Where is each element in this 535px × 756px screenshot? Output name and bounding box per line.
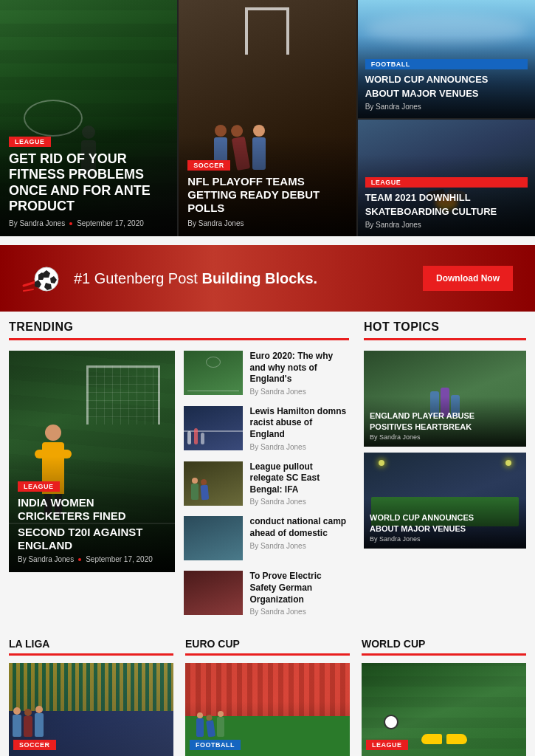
la-liga-card[interactable]: SOCCER: [9, 663, 173, 756]
la-liga-section: LA LIGA SOCCER: [9, 638, 173, 756]
trending-big-title1: INDIA WOMEN CRICKETERS FINED: [18, 496, 166, 523]
world-cup-title: WORLD CUP: [362, 638, 526, 656]
news-byline-5: By Sandra Jones: [250, 608, 350, 616]
euro-cup-card[interactable]: FOOTBALL: [185, 663, 350, 756]
hero-left-meta: By Sandra Jones September 17, 2020: [9, 219, 168, 227]
trending-news-list: Euro 2020: The why and why nots of Engla…: [184, 351, 350, 616]
news-thumb-4: [184, 516, 243, 560]
hero-center-title: NFL PLAYOFF TEAMS GETTING READY DEBUT PO…: [187, 175, 347, 215]
world-cup-badge: LEAGUE: [366, 740, 408, 750]
banner-section: #1 Gutenberg Post Building Blocks. Downl…: [0, 245, 535, 312]
hero-center-overlay: SOCCER NFL PLAYOFF TEAMS GETTING READY D…: [179, 135, 356, 236]
trending-header: TRENDING: [9, 320, 349, 340]
news-headline-5: To Prove Electric Safety German Organiza…: [250, 571, 350, 605]
hot-card-2-title2: ABOUT MAJOR VENUES: [370, 524, 520, 534]
news-item[interactable]: To Prove Electric Safety German Organiza…: [184, 571, 350, 616]
news-byline-1: By Sandra Jones: [250, 388, 350, 396]
soccer-ball-icon: [22, 260, 59, 297]
hero-right-bottom-overlay: LEAGUE TEAM 2021 DOWNHILL SKATEBOARDING …: [358, 120, 535, 236]
euro-cup-badge: FOOTBALL: [190, 740, 241, 750]
news-headline-4: conduct national camp ahead of domestic: [250, 516, 350, 539]
hot-card-2-overlay: WORLD CUP ANNOUNCES ABOUT MAJOR VENUES B…: [364, 498, 526, 549]
hot-topics-section: HOT TOPICS ENGLAND PLAYER ABUSE POSITIVE…: [364, 320, 526, 616]
news-item[interactable]: League pullout relegate SC East Bengal: …: [184, 461, 350, 506]
hero-right-top-badge: FOOTBALL: [365, 59, 528, 69]
hero-left-overlay: LEAGUE GET RID OF YOUR FITNESS PROBLEMS …: [0, 111, 177, 236]
hero-left-card[interactable]: LEAGUE GET RID OF YOUR FITNESS PROBLEMS …: [0, 0, 177, 236]
hero-right-top-meta: By Sandra Jones: [365, 103, 528, 111]
news-byline-3: By Sandra Jones: [250, 498, 350, 506]
hero-right-top-card[interactable]: FOOTBALL WORLD CUP ANNOUNCES ABOUT MAJOR…: [358, 0, 535, 118]
news-info-3: League pullout relegate SC East Bengal: …: [250, 461, 350, 506]
news-thumb-2: [184, 406, 243, 450]
hero-right-bottom-meta: By Sandra Jones: [365, 221, 528, 229]
news-byline-2: By Sandra Jones: [250, 443, 350, 451]
hot-card-2-byline: By Sandra Jones: [370, 535, 520, 543]
hero-section: LEAGUE GET RID OF YOUR FITNESS PROBLEMS …: [0, 0, 535, 236]
trending-inner-layout: LEAGUE INDIA WOMEN CRICKETERS FINED SECO…: [9, 351, 349, 616]
download-now-button[interactable]: Download Now: [423, 266, 513, 291]
trending-big-badge: LEAGUE: [18, 481, 60, 492]
net-decoration: [86, 365, 160, 425]
trending-big-meta: By Sandra Jones September 17, 2020: [18, 555, 166, 563]
trending-big-card-overlay: LEAGUE INDIA WOMEN CRICKETERS FINED SECO…: [9, 456, 175, 572]
trending-big-title2: SECOND T20I AGAINST ENGLAND: [18, 526, 166, 552]
news-item[interactable]: Lewis Hamilton domns racist abuse of Eng…: [184, 406, 350, 451]
hot-card-1-byline: By Sandra Jones: [370, 433, 520, 441]
trending-section: TRENDING: [9, 320, 349, 616]
hot-card-1-overlay: ENGLAND PLAYER ABUSE POSITIVES HEARTBREA…: [364, 396, 526, 447]
hero-left-badge: LEAGUE: [9, 137, 51, 147]
meta-dot: [69, 222, 72, 225]
hero-left-title: GET RID OF YOUR FITNESS PROBLEMS ONCE AN…: [9, 151, 168, 215]
hero-center-badge: SOCCER: [187, 160, 230, 171]
news-thumb-3: [184, 461, 243, 506]
hot-card-2-title1: WORLD CUP ANNOUNCES: [370, 513, 520, 523]
trending-big-card[interactable]: LEAGUE INDIA WOMEN CRICKETERS FINED SECO…: [9, 351, 175, 572]
hero-right-top-title2: ABOUT MAJOR VENUES: [365, 88, 528, 100]
main-content: TRENDING: [0, 320, 535, 616]
news-info-2: Lewis Hamilton domns racist abuse of Eng…: [250, 406, 350, 451]
news-info-1: Euro 2020: The why and why nots of Engla…: [250, 351, 350, 396]
news-thumb-5: [184, 571, 243, 615]
news-info-5: To Prove Electric Safety German Organiza…: [250, 571, 350, 616]
news-byline-4: By Sandra Jones: [250, 542, 350, 550]
hero-right-bottom-title1: TEAM 2021 DOWNHILL: [365, 192, 528, 204]
svg-line-0: [24, 282, 35, 286]
la-liga-title: LA LIGA: [9, 638, 173, 656]
news-thumb-1: [184, 351, 243, 395]
hero-right-bottom-card[interactable]: LEAGUE TEAM 2021 DOWNHILL SKATEBOARDING …: [358, 120, 535, 236]
euro-cup-title: EURO CUP: [185, 638, 350, 656]
banner-title: #1 Gutenberg Post Building Blocks.: [74, 269, 408, 288]
euro-cup-section: EURO CUP: [185, 638, 350, 756]
news-item[interactable]: conduct national camp ahead of domestic …: [184, 516, 350, 560]
news-info-4: conduct national camp ahead of domestic …: [250, 516, 350, 549]
hot-card-1-title2: POSITIVES HEARTBREAK: [370, 422, 520, 432]
world-cup-card[interactable]: LEAGUE: [362, 663, 526, 756]
news-headline-1: Euro 2020: The why and why nots of Engla…: [250, 351, 350, 385]
world-cup-section: WORLD CUP LEAGUE: [362, 638, 526, 756]
svg-line-1: [24, 289, 33, 291]
la-liga-badge: SOCCER: [13, 740, 56, 750]
hero-right-bottom-badge: LEAGUE: [365, 177, 528, 188]
hot-card-1-title1: ENGLAND PLAYER ABUSE: [370, 411, 520, 421]
trending-hot-topics-layout: TRENDING: [9, 320, 526, 616]
hero-right-bottom-title2: SKATEBOARDING CULTURE: [365, 206, 528, 218]
hero-right-top-overlay: FOOTBALL WORLD CUP ANNOUNCES ABOUT MAJOR…: [358, 0, 535, 118]
news-item[interactable]: Euro 2020: The why and why nots of Engla…: [184, 351, 350, 396]
hot-topics-header: HOT TOPICS: [364, 320, 526, 340]
bottom-sections: LA LIGA SOCCER: [0, 638, 535, 756]
hero-right-top-title1: WORLD CUP ANNOUNCES: [365, 74, 528, 86]
hero-center-card[interactable]: SOCCER NFL PLAYOFF TEAMS GETTING READY D…: [179, 0, 356, 236]
hero-center-meta: By Sandra Jones: [187, 219, 347, 227]
hot-card-1[interactable]: ENGLAND PLAYER ABUSE POSITIVES HEARTBREA…: [364, 351, 526, 447]
news-headline-3: League pullout relegate SC East Bengal: …: [250, 461, 350, 496]
news-headline-2: Lewis Hamilton domns racist abuse of Eng…: [250, 406, 350, 441]
banner-text: #1 Gutenberg Post Building Blocks.: [74, 269, 408, 288]
hot-card-2[interactable]: WORLD CUP ANNOUNCES ABOUT MAJOR VENUES B…: [364, 453, 526, 549]
